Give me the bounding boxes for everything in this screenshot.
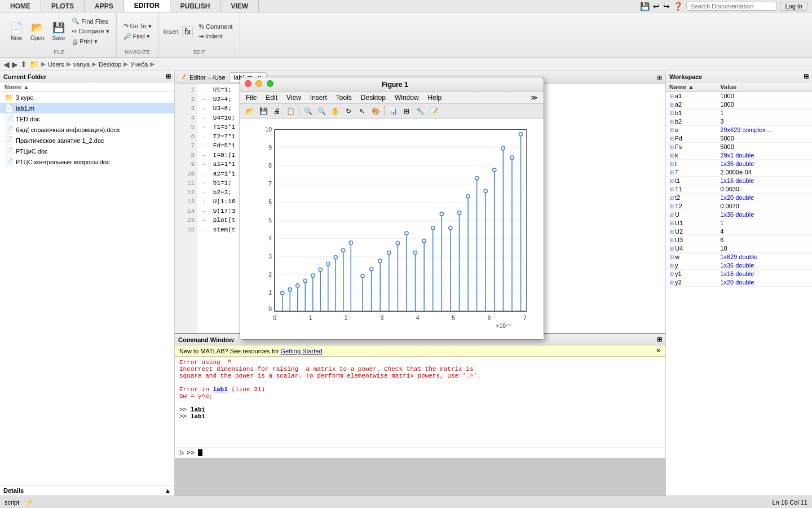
workspace-var-value: 1x20 double: [717, 194, 812, 202]
maximize-button[interactable]: [267, 80, 273, 87]
fig-menu-desktop[interactable]: Desktop: [361, 94, 386, 102]
error-link[interactable]: lab1: [213, 386, 227, 393]
table-row[interactable]: ⊞T20.0070: [666, 202, 812, 211]
fig-menu-insert[interactable]: Insert: [310, 94, 327, 102]
list-item[interactable]: 📄 РТЦС контрольные вопросы.doc: [0, 156, 174, 167]
table-row[interactable]: ⊞t21x20 double: [666, 194, 812, 202]
table-row[interactable]: ⊞U24: [666, 227, 812, 236]
list-item[interactable]: 📄 РТЦиС.doc: [0, 146, 174, 156]
open-button[interactable]: 📂 Open: [27, 19, 47, 43]
find-button[interactable]: 🔎 Find ▾: [121, 32, 154, 41]
fx-icon[interactable]: fx: [182, 26, 193, 37]
table-row[interactable]: ⊞U410: [666, 244, 812, 253]
svg-point-57: [387, 251, 391, 254]
fig-grid-btn[interactable]: ⊞: [400, 105, 413, 117]
list-item[interactable]: 📄 TED.doc: [0, 113, 174, 124]
comment-icon: %: [198, 23, 204, 30]
list-item[interactable]: 📄 lab1.m: [0, 103, 174, 113]
fig-menu-view[interactable]: View: [286, 94, 301, 102]
back-icon[interactable]: ◀: [3, 60, 10, 69]
goto-button[interactable]: ↷ Go To ▾: [121, 21, 154, 31]
table-row[interactable]: ⊞b23: [666, 117, 812, 126]
editor-expand-icon[interactable]: ⊞: [657, 74, 662, 81]
print-button[interactable]: 🖨 Print ▾: [69, 37, 111, 46]
fig-copy-btn[interactable]: 📋: [284, 105, 297, 117]
fig-zoom-out-btn[interactable]: 🔍: [315, 105, 328, 117]
figure-expand-icon[interactable]: ≫: [531, 94, 538, 102]
table-row[interactable]: ⊞e29x629 complex ...: [666, 126, 812, 134]
table-row[interactable]: ⊞T10.0030: [666, 185, 812, 194]
minimize-button[interactable]: [255, 80, 262, 87]
table-row[interactable]: ⊞T2.0000e-04: [666, 168, 812, 177]
tab-home[interactable]: HOME: [0, 0, 41, 12]
details-collapse-icon[interactable]: ▲: [165, 487, 171, 494]
fig-menu-help[interactable]: Help: [428, 94, 442, 102]
table-row[interactable]: ⊞Fs5000: [666, 143, 812, 151]
bc-ucheba[interactable]: Учеба: [130, 61, 148, 68]
panel-expand-icon[interactable]: ⊞: [166, 73, 171, 80]
search-input[interactable]: [686, 2, 776, 11]
find-files-button[interactable]: 🔍 Find Files: [69, 16, 111, 26]
table-row[interactable]: ⊞w1x629 double: [666, 253, 812, 261]
list-item[interactable]: 📁 3 курс: [0, 92, 174, 103]
compare-button[interactable]: ⇔ Compare ▾: [69, 27, 111, 36]
table-row[interactable]: ⊞U1x36 double: [666, 211, 812, 219]
fig-pan-btn[interactable]: ✋: [329, 105, 341, 117]
command-input-area[interactable]: fx >>: [175, 447, 665, 458]
fig-colormap-btn[interactable]: 🎨: [369, 105, 382, 117]
table-row[interactable]: ⊞y11x16 double: [666, 270, 812, 278]
fig-menu-tools[interactable]: Tools: [336, 94, 352, 102]
bc-users[interactable]: Users: [48, 61, 64, 68]
bc-desktop[interactable]: Desktop: [99, 61, 121, 68]
fig-menu-window[interactable]: Window: [395, 94, 419, 102]
bc-vanya[interactable]: vanya: [73, 61, 90, 68]
cmd-expand-icon[interactable]: ⊞: [657, 336, 662, 343]
table-row[interactable]: ⊞Fd5000: [666, 134, 812, 143]
list-item[interactable]: 📄 бжд( справочная информация).docx: [0, 124, 174, 135]
svg-text:1: 1: [268, 290, 272, 296]
svg-text:4: 4: [268, 235, 272, 242]
tab-editor[interactable]: EDITOR: [124, 0, 170, 12]
workspace-expand-icon[interactable]: ⊞: [804, 73, 809, 80]
table-row[interactable]: ⊞a11000: [666, 92, 812, 100]
fig-open-btn[interactable]: 📂: [244, 105, 256, 117]
table-row[interactable]: ⊞b11: [666, 109, 812, 117]
fig-rotate-btn[interactable]: ↻: [342, 105, 355, 117]
table-row[interactable]: ⊞t1x36 double: [666, 160, 812, 168]
svg-text:×10⁻³: ×10⁻³: [496, 323, 511, 329]
table-row[interactable]: ⊞U36: [666, 236, 812, 244]
table-row[interactable]: ⊞y1x36 double: [666, 261, 812, 270]
workspace-var-value: 1: [717, 219, 812, 227]
login-button[interactable]: Log In: [780, 2, 807, 11]
up-icon[interactable]: ⬆: [20, 60, 27, 69]
table-row[interactable]: ⊞a21000: [666, 100, 812, 109]
getting-started-link[interactable]: Getting Started: [281, 348, 323, 354]
fig-save-btn[interactable]: 💾: [257, 105, 270, 117]
fig-legend-btn[interactable]: 📊: [387, 105, 399, 117]
tab-publish[interactable]: PUBLISH: [170, 0, 221, 12]
tab-view[interactable]: VIEW: [221, 0, 259, 12]
workspace-var-name: U: [675, 211, 679, 218]
fig-plottools-btn[interactable]: 🔧: [414, 105, 426, 117]
list-item[interactable]: 📄 Практическое занятие 1_2.doc: [0, 135, 174, 146]
indent-button[interactable]: ⇥ Indent: [196, 32, 235, 41]
save-button[interactable]: 💾 Save: [48, 19, 68, 43]
tab-plots[interactable]: PLOTS: [41, 0, 85, 12]
indent-icon: ⇥: [198, 33, 204, 40]
close-button[interactable]: [245, 80, 251, 87]
fig-zoom-in-btn[interactable]: 🔍: [302, 105, 314, 117]
table-row[interactable]: ⊞U11: [666, 219, 812, 227]
table-row[interactable]: ⊞k29x1 double: [666, 151, 812, 160]
fig-menu-file[interactable]: File: [246, 94, 257, 102]
fig-menu-edit[interactable]: Edit: [266, 94, 277, 102]
fig-cursor-btn[interactable]: ↖: [356, 105, 368, 117]
banner-close-icon[interactable]: ✕: [656, 347, 661, 354]
table-row[interactable]: ⊞t11x16 double: [666, 177, 812, 185]
comment-button[interactable]: % Comment: [196, 22, 235, 31]
fig-propeditor-btn[interactable]: 📝: [427, 105, 440, 117]
table-row[interactable]: ⊞y21x20 double: [666, 278, 812, 287]
new-button[interactable]: 📄 New: [7, 19, 26, 43]
fig-print-btn[interactable]: 🖨: [271, 105, 283, 117]
forward-icon[interactable]: ▶: [12, 60, 18, 69]
tab-apps[interactable]: APPS: [85, 0, 124, 12]
